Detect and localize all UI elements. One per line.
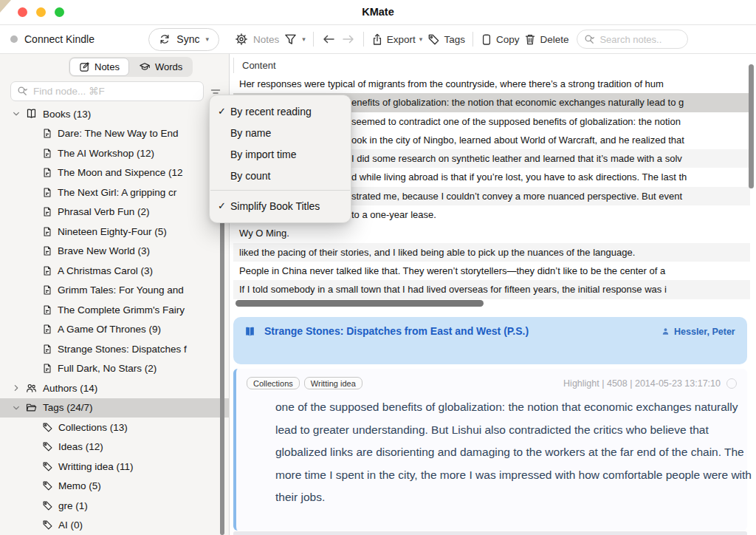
tree-item-book[interactable]: Phrasal Verb Fun (2): [0, 202, 229, 222]
menu-item[interactable]: By import time: [210, 143, 351, 165]
tree-item-tag[interactable]: Writting idea (11): [0, 457, 229, 477]
document-icon: [42, 148, 52, 159]
note-row[interactable]: If I told somebody in a small town that …: [233, 280, 750, 299]
tree-item-book[interactable]: Brave New World (3): [0, 242, 229, 262]
book-card-title: Strange Stones: Dispatches from East and…: [244, 324, 532, 358]
tree-item-tags[interactable]: Tags (24/7): [0, 398, 229, 418]
node-search-input[interactable]: [32, 85, 197, 98]
tree-item-book[interactable]: The Next Girl: A gripping cr: [0, 183, 229, 202]
chevron-down-icon[interactable]: [12, 109, 21, 118]
traffic-light-close[interactable]: [18, 7, 27, 17]
tree-item-authors[interactable]: Authors (14): [0, 378, 229, 398]
content-horizontal-scrollbar[interactable]: [236, 300, 484, 307]
tree-item-tag[interactable]: Collections (13): [0, 418, 229, 437]
note-row[interactable]: liked the pacing of their stories, and I…: [233, 243, 750, 262]
tree-item-tag[interactable]: gre (1): [0, 496, 229, 516]
tag-icon: [42, 461, 53, 472]
tree-item-book[interactable]: The Moon and Sixpence (12: [0, 163, 229, 183]
tree-item-book[interactable]: A Game Of Thrones (9): [0, 320, 229, 340]
menu-check-icon: ✓: [218, 200, 230, 211]
book-card[interactable]: Strange Stones: Dispatches from East and…: [233, 317, 747, 364]
note-meta-text: Highlight | 4508 | 2014-05-23 13:17:10: [563, 378, 721, 389]
share-icon: [371, 33, 383, 46]
tree-item-book[interactable]: Dare: The New Way to End: [0, 124, 229, 144]
filter-caret-icon[interactable]: ▾: [302, 36, 306, 43]
toolbar-divider: [472, 32, 473, 47]
traffic-light-minimize[interactable]: [36, 7, 46, 17]
sync-label: Sync: [176, 33, 199, 45]
note-row[interactable]: Wy O Ming.: [233, 224, 750, 242]
back-button[interactable]: [321, 33, 336, 45]
tab-notes-label: Notes: [94, 61, 120, 72]
note-select-circle[interactable]: [726, 378, 737, 389]
tab-words[interactable]: Words: [129, 58, 192, 76]
toolbar: Connect Kindle Sync ▾ Notes ▾: [0, 25, 756, 54]
books-icon: [25, 108, 38, 120]
tab-words-label: Words: [155, 61, 182, 72]
tree-item-tag[interactable]: Ideas (12): [0, 437, 229, 457]
menu-item-label: By name: [230, 127, 271, 139]
tree-item-book[interactable]: Full Dark, No Stars (2): [0, 359, 229, 379]
forward-button[interactable]: [341, 33, 356, 45]
book-item-label: The Next Girl: A gripping cr: [58, 187, 176, 198]
tree-item-book[interactable]: The AI Workshop (12): [0, 143, 229, 163]
book-item-label: The Moon and Sixpence (12: [58, 167, 183, 178]
menu-check-icon: ✓: [218, 106, 230, 117]
tree-item-book[interactable]: The Complete Grimm's Fairy: [0, 300, 229, 320]
book-item-label: Phrasal Verb Fun (2): [58, 206, 150, 217]
sync-button[interactable]: Sync ▾: [148, 28, 219, 51]
tags-button[interactable]: Tags: [427, 33, 465, 46]
traffic-light-zoom[interactable]: [55, 7, 64, 17]
copy-button[interactable]: Copy: [481, 33, 520, 46]
note-row[interactable]: People in China never talked like that. …: [233, 262, 750, 280]
book-item-label: A Game Of Thrones (9): [58, 324, 161, 335]
tags-label: Tags: [444, 34, 465, 45]
sidebar-scrollbar[interactable]: [220, 219, 224, 535]
tree-item-book[interactable]: Strange Stones: Dispatches f: [0, 339, 229, 359]
export-caret-icon: ▾: [419, 36, 423, 43]
delete-label: Delete: [540, 34, 568, 45]
book-item-label: Nineteen Eighty-Four (5): [58, 226, 167, 237]
settings-gear-icon[interactable]: [235, 33, 248, 46]
tree-item-tag[interactable]: Memo (5): [0, 477, 229, 497]
notes-search-input[interactable]: [598, 33, 681, 46]
tag-item-label: AI (0): [58, 519, 83, 531]
content-vertical-scrollbar[interactable]: [749, 64, 754, 188]
menu-item[interactable]: By count: [210, 165, 351, 186]
delete-button[interactable]: Delete: [524, 33, 568, 46]
menu-item[interactable]: ✓ Simplify Book Titles: [210, 195, 351, 217]
note-row[interactable]: Her responses were typical of migrants f…: [233, 75, 750, 93]
tag-icon: [42, 500, 53, 511]
menu-divider: [210, 190, 350, 191]
filter-funnel-button[interactable]: [284, 33, 297, 46]
menu-item[interactable]: By name: [210, 122, 351, 143]
book-item-label: Dare: The New Way to End: [58, 128, 179, 139]
book-item-label: Strange Stones: Dispatches f: [58, 344, 187, 355]
toolbar-divider: [363, 32, 364, 47]
chevron-down-icon[interactable]: [12, 403, 21, 412]
tag-item-label: Writting idea (11): [58, 461, 134, 472]
book-item-label: Grimm Tales: For Young and: [58, 284, 184, 296]
note-tag-chip[interactable]: Collections: [247, 377, 300, 389]
notes-search: [577, 30, 688, 49]
menu-item[interactable]: ✓ By recent reading: [210, 100, 351, 122]
tree-item-book[interactable]: Grimm Tales: For Young and: [0, 281, 229, 301]
tree-item-tag[interactable]: AI (0): [0, 516, 229, 535]
note-tag-chip[interactable]: Writting idea: [304, 377, 362, 389]
tree-label: Tags (24/7): [43, 402, 93, 413]
chevron-right-icon[interactable]: [12, 384, 21, 392]
tab-notes[interactable]: Notes: [69, 58, 129, 76]
author-label: Hessler, Peter: [674, 326, 735, 358]
sync-caret-icon: ▾: [205, 36, 209, 43]
sidebar: Notes Words: [0, 54, 230, 535]
export-button[interactable]: Export ▾: [371, 33, 423, 46]
tag-icon: [42, 441, 53, 452]
tree-item-book[interactable]: Nineteen Eighty-Four (5): [0, 222, 229, 242]
book-item-label: Brave New World (3): [58, 245, 150, 256]
note-card[interactable]: CollectionsWritting idea Highlight | 450…: [233, 369, 747, 531]
tree-item-books[interactable]: Books (13): [0, 104, 229, 124]
document-icon: [42, 167, 52, 178]
clipboard-icon: [481, 33, 492, 46]
document-icon: [42, 363, 52, 374]
tree-item-book[interactable]: A Christmas Carol (3): [0, 261, 229, 281]
